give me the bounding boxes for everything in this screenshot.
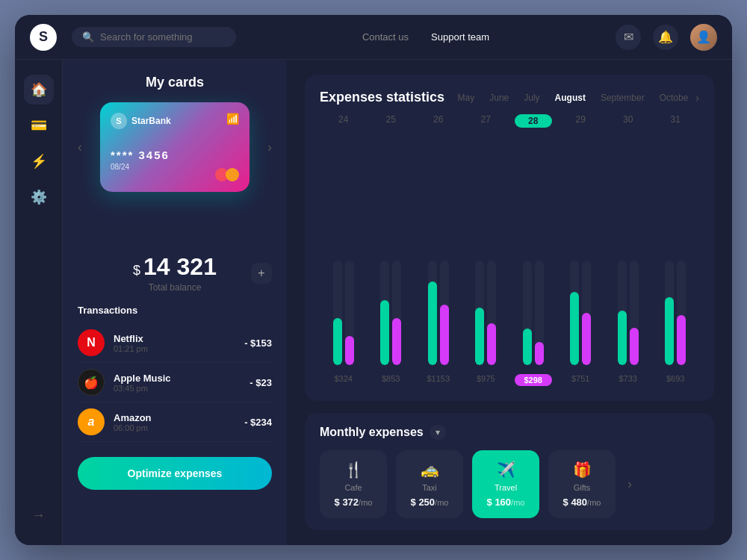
amazon-name: Amazon <box>114 412 235 423</box>
date-26: 26 <box>420 114 457 128</box>
card-chip <box>215 168 239 181</box>
balance-add-btn[interactable]: + <box>251 263 272 284</box>
month-july[interactable]: July <box>516 93 547 103</box>
val-30: $733 <box>610 374 647 386</box>
chart-values: $324 $853 $1153 $975 $298 $751 $733 $693 <box>320 374 699 386</box>
avatar[interactable]: 👤 <box>690 24 717 51</box>
bar-24-purple <box>345 261 354 365</box>
bar-27-purple <box>487 261 496 365</box>
bar-28-teal-fill <box>523 329 532 365</box>
sidebar-item-home[interactable]: 🏠 <box>24 75 54 105</box>
bar-29-teal <box>570 261 579 365</box>
search-icon: 🔍 <box>82 31 94 43</box>
nav-link-support[interactable]: Support team <box>431 31 489 43</box>
mail-icon-btn[interactable]: ✉ <box>616 25 641 50</box>
gifts-amount: $ 480/mo <box>563 497 601 508</box>
balance-section: $14 321 Total balance + <box>78 253 272 293</box>
sidebar-item-settings[interactable]: ⚙️ <box>24 182 54 212</box>
transaction-netflix: N Netflix 01:21 pm - $153 <box>78 323 272 363</box>
month-october[interactable]: Octobe <box>652 93 696 103</box>
month-june[interactable]: June <box>482 93 516 103</box>
amazon-info: Amazon 06:00 pm <box>114 412 235 432</box>
bar-24 <box>325 261 362 365</box>
search-bar[interactable]: 🔍 <box>72 27 236 47</box>
nav-right: ✉ 🔔 👤 <box>616 24 717 51</box>
date-29: 29 <box>562 114 599 128</box>
chart-bars <box>320 134 699 371</box>
amazon-icon: a <box>78 408 105 435</box>
date-24: 24 <box>325 114 362 128</box>
cafe-icon: 🍴 <box>344 461 363 479</box>
optimize-btn[interactable]: Optimize expenses <box>78 457 272 490</box>
date-28[interactable]: 28 <box>515 114 552 128</box>
expense-cafe[interactable]: 🍴 Cafe $ 372/mo <box>320 450 387 518</box>
gifts-name: Gifts <box>574 483 591 492</box>
month-nav-right[interactable]: › <box>695 92 699 104</box>
bar-26-teal <box>428 261 437 365</box>
expense-gifts[interactable]: 🎁 Gifts $ 480/mo <box>548 450 616 518</box>
taxi-name: Taxi <box>422 483 437 492</box>
bar-25 <box>372 261 409 365</box>
month-may[interactable]: May <box>450 93 483 103</box>
amazon-amount: - $234 <box>244 417 272 428</box>
bar-26-purple-fill <box>440 305 449 365</box>
bar-27 <box>467 261 504 365</box>
bar-25-purple <box>392 261 401 365</box>
bar-25-teal <box>380 261 389 365</box>
gifts-icon: 🎁 <box>573 461 592 479</box>
month-august[interactable]: August <box>548 93 593 103</box>
search-input[interactable] <box>100 31 226 43</box>
bar-31-teal-fill <box>665 297 674 365</box>
monthly-header: Monthly expenses ▾ <box>320 425 699 440</box>
bar-28-purple-fill <box>535 342 544 365</box>
balance-currency: $ <box>133 263 140 278</box>
expense-taxi[interactable]: 🚕 Taxi $ 250/mo <box>396 450 463 518</box>
netflix-icon: N <box>78 329 105 356</box>
nav-link-contact[interactable]: Contact us <box>362 31 409 43</box>
apple-music-time: 03:45 pm <box>114 384 241 393</box>
months-nav: May June July August September Octobe › <box>450 92 699 104</box>
bell-icon-btn[interactable]: 🔔 <box>653 25 678 50</box>
expense-nav-right[interactable]: › <box>627 476 632 492</box>
netflix-amount: - $153 <box>244 337 272 349</box>
month-september[interactable]: September <box>593 93 652 103</box>
transactions-section: Transactions N Netflix 01:21 pm - $153 🍎 <box>78 305 272 442</box>
expense-travel[interactable]: ✈️ Travel $ 160/mo <box>472 450 539 518</box>
sidebar-item-activity[interactable]: ⚡ <box>24 146 54 176</box>
logo: S <box>30 24 57 51</box>
balance-amount: $14 321 <box>78 253 272 281</box>
val-25: $853 <box>372 374 409 386</box>
val-26: $1153 <box>420 374 457 386</box>
carousel-next[interactable]: › <box>267 140 272 155</box>
bar-26 <box>420 261 457 365</box>
sidebar-item-logout[interactable]: → <box>24 500 54 530</box>
bar-25-teal-fill <box>380 300 389 365</box>
travel-name: Travel <box>495 483 517 492</box>
date-30: 30 <box>610 114 647 128</box>
card-wifi-icon: 📶 <box>226 113 239 125</box>
carousel-prev[interactable]: ‹ <box>78 140 82 155</box>
stats-header: Expenses statistics May June July August… <box>320 90 699 105</box>
val-28: $298 <box>515 374 552 386</box>
expense-cards: 🍴 Cafe $ 372/mo 🚕 Taxi $ 250/mo ✈️ Trave… <box>320 450 699 518</box>
val-27: $975 <box>467 374 504 386</box>
bar-31-teal <box>665 261 674 365</box>
main-layout: 🏠 💳 ⚡ ⚙️ → My cards ‹ S StarBank 📶 <box>15 60 732 545</box>
taxi-icon: 🚕 <box>421 461 439 479</box>
right-panel: Expenses statistics May June July August… <box>287 60 732 545</box>
bar-28-teal <box>523 261 532 365</box>
netflix-info: Netflix 01:21 pm <box>114 333 235 353</box>
cafe-name: Cafe <box>344 483 362 492</box>
amazon-time: 06:00 pm <box>114 423 235 432</box>
left-panel: My cards ‹ S StarBank 📶 **** 3456 08/24 <box>63 60 287 545</box>
transactions-title: Transactions <box>78 305 272 316</box>
monthly-section: Monthly expenses ▾ 🍴 Cafe $ 372/mo 🚕 Tax… <box>305 413 714 530</box>
netflix-time: 01:21 pm <box>114 344 235 353</box>
bar-26-teal-fill <box>428 281 437 365</box>
monthly-dropdown[interactable]: ▾ <box>430 425 446 440</box>
stats-section: Expenses statistics May June July August… <box>305 75 714 401</box>
bar-24-teal <box>333 261 342 365</box>
top-nav: S 🔍 Contact us Support team ✉ 🔔 👤 <box>15 15 732 60</box>
sidebar-item-cards[interactable]: 💳 <box>24 111 54 140</box>
stats-title: Expenses statistics <box>320 90 444 105</box>
